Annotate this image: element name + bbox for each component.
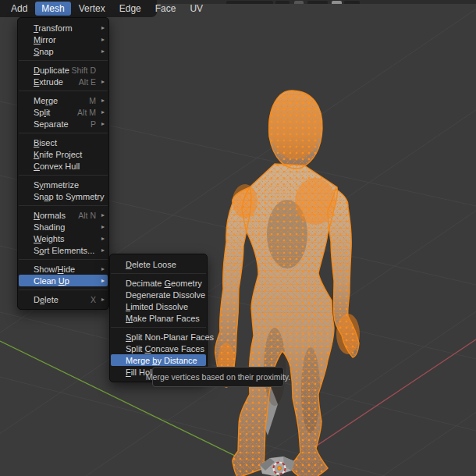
cleanup-submenu-panel: Delete LooseDecimate GeometryDegenerate … [109, 254, 208, 382]
menu-item-decimate-geometry[interactable]: Decimate Geometry [111, 277, 206, 289]
menubar-item-add[interactable]: Add [5, 2, 34, 16]
menu-item-label: Convex Hull [34, 162, 80, 171]
submenu-arrow-icon: ▸ [98, 76, 105, 87]
menu-item-label: Make Planar Faces [126, 314, 200, 323]
menu-item-label: Limited Dissolve [126, 302, 188, 311]
blender-window: AddMeshVertexEdgeFaceUV Transform▸Mirror… [0, 0, 476, 476]
menu-separator [111, 273, 206, 274]
menu-item-label: Weights [34, 234, 65, 243]
menu-item-label: Symmetrize [34, 180, 79, 190]
menu-separator [19, 259, 108, 260]
menu-item-label: Split Concave Faces [126, 344, 204, 353]
submenu-arrow-icon: ▸ [98, 94, 105, 106]
menu-item-shortcut: M [58, 96, 98, 105]
menu-item-shortcut: X [59, 295, 98, 304]
menu-item-symmetrize[interactable]: Symmetrize [19, 179, 108, 190]
submenu-arrow-icon: ▸ [98, 118, 105, 130]
header-widget-stub [332, 1, 342, 4]
mesh-menu-panel: Transform▸Mirror▸Snap▸DuplicateShift DEx… [17, 17, 109, 310]
submenu-arrow-icon: ▸ [98, 106, 105, 118]
menu-item-label: Knife Project [34, 150, 82, 159]
menu-item-label: Transform [34, 23, 73, 33]
menu-item-label: Separate [34, 119, 69, 129]
menu-item-duplicate[interactable]: DuplicateShift D [19, 64, 108, 76]
menu-item-degenerate-dissolve[interactable]: Degenerate Dissolve [111, 289, 206, 300]
menu-item-label: Merge by Distance [126, 356, 197, 365]
menu-item-label: Show/Hide [34, 265, 75, 274]
submenu-arrow-icon: ▸ [98, 275, 105, 286]
submenu-arrow-icon: ▸ [98, 22, 105, 34]
menu-item-mirror[interactable]: Mirror▸ [19, 34, 108, 45]
menu-item-shading[interactable]: Shading▸ [19, 221, 108, 233]
menu-item-label: Duplicate [34, 66, 69, 75]
menu-item-label: Clean Up [34, 276, 69, 286]
menu-item-delete-loose[interactable]: Delete Loose [111, 258, 206, 270]
menu-separator [19, 205, 108, 206]
menubar: AddMeshVertexEdgeFaceUV [0, 0, 157, 17]
menu-item-shortcut: Alt E [63, 77, 98, 87]
menu-separator [19, 290, 108, 290]
menu-item-make-planar-faces[interactable]: Make Planar Faces [111, 312, 206, 324]
menu-item-label: Split Non-Planar Faces [126, 332, 214, 342]
submenu-arrow-icon: ▸ [98, 263, 105, 275]
menu-item-knife-project[interactable]: Knife Project [19, 148, 108, 160]
menu-item-convex-hull[interactable]: Convex Hull [19, 160, 108, 172]
menu-separator [19, 175, 108, 176]
menu-item-label: Merge [34, 96, 58, 105]
menu-separator [111, 327, 206, 328]
menu-item-shortcut: Alt N [66, 211, 98, 220]
menu-item-label: Extrude [34, 77, 63, 87]
menu-item-label: Shading [34, 222, 65, 232]
menu-item-separate[interactable]: SeparateP▸ [19, 118, 108, 130]
menu-item-limited-dissolve[interactable]: Limited Dissolve [111, 300, 206, 312]
menu-item-label: Snap [34, 47, 54, 56]
menu-item-label: Bisect [34, 138, 57, 147]
menu-item-transform[interactable]: Transform▸ [19, 22, 108, 34]
menu-separator [19, 91, 108, 91]
tooltip: Merge vertices based on their proximity. [152, 367, 284, 387]
menu-item-label: Sort Elements... [34, 246, 94, 255]
menu-item-weights[interactable]: Weights▸ [19, 233, 108, 244]
submenu-arrow-icon: ▸ [98, 244, 105, 256]
submenu-arrow-icon: ▸ [98, 221, 105, 233]
submenu-arrow-icon: ▸ [98, 45, 105, 57]
menu-item-label: Degenerate Dissolve [126, 290, 205, 300]
character-mesh[interactable] [215, 91, 360, 476]
menu-item-merge-by-distance[interactable]: Merge by Distance [111, 354, 206, 366]
menu-item-label: Normals [34, 211, 66, 220]
submenu-arrow-icon: ▸ [98, 34, 105, 45]
menu-item-sort-elements[interactable]: Sort Elements...▸ [19, 244, 108, 256]
tooltip-text: Merge vertices based on their proximity. [146, 372, 290, 382]
menu-separator [19, 133, 108, 133]
menu-item-shortcut: Alt M [50, 108, 98, 117]
menu-item-label: Delete [34, 295, 59, 304]
menu-item-delete[interactable]: DeleteX▸ [19, 293, 108, 305]
menubar-item-edge[interactable]: Edge [113, 2, 147, 16]
menubar-item-mesh[interactable]: Mesh [35, 2, 70, 16]
menu-item-extrude[interactable]: ExtrudeAlt E▸ [19, 76, 108, 87]
menu-item-shortcut: P [69, 119, 98, 129]
menubar-item-face[interactable]: Face [149, 2, 183, 16]
header-widget-stub [294, 1, 304, 4]
submenu-arrow-icon: ▸ [98, 293, 105, 305]
menu-item-split-concave-faces[interactable]: Split Concave Faces [111, 343, 206, 354]
menu-item-clean-up[interactable]: Clean Up▸ [19, 275, 108, 286]
submenu-arrow-icon: ▸ [98, 233, 105, 244]
menu-item-normals[interactable]: NormalsAlt N▸ [19, 209, 108, 221]
menu-item-label: Delete Loose [126, 260, 176, 269]
menu-item-label: Mirror [34, 35, 56, 44]
menu-item-snap-to-symmetry[interactable]: Snap to Symmetry [19, 190, 108, 202]
submenu-arrow-icon: ▸ [98, 209, 105, 221]
menu-item-split[interactable]: SplitAlt M▸ [19, 106, 108, 118]
menu-item-merge[interactable]: MergeM▸ [19, 94, 108, 106]
menu-item-label: Decimate Geometry [126, 279, 202, 288]
menu-item-bisect[interactable]: Bisect [19, 137, 108, 148]
menu-item-show-hide[interactable]: Show/Hide▸ [19, 263, 108, 275]
menubar-item-uv[interactable]: UV [183, 2, 209, 16]
menu-item-split-non-planar-faces[interactable]: Split Non-Planar Faces [111, 331, 206, 343]
menubar-item-vertex[interactable]: Vertex [73, 2, 112, 16]
object-origin-dot [278, 467, 282, 471]
menu-item-snap[interactable]: Snap▸ [19, 45, 108, 57]
menu-separator [19, 60, 108, 61]
header-widget-stub [344, 1, 360, 4]
